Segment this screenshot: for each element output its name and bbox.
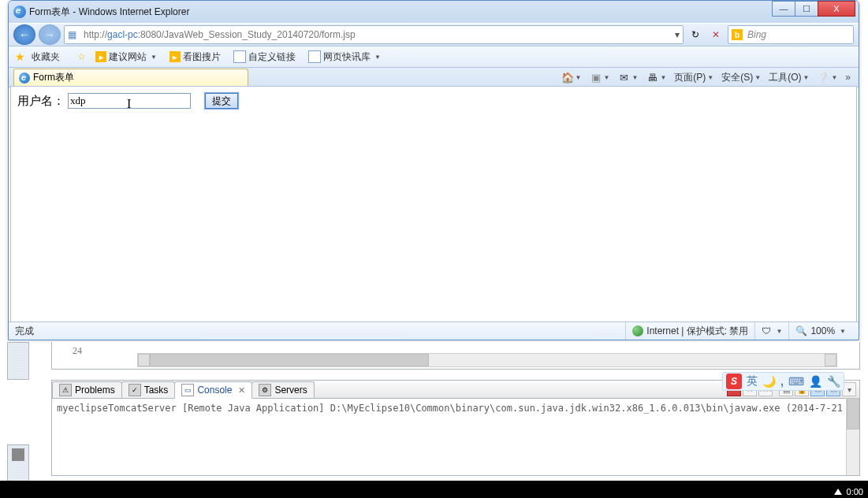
form-row: 用户名： I 提交 [17,93,850,109]
help-button[interactable]: ❔▼ [814,70,840,85]
forward-button[interactable]: → [39,24,61,45]
search-box[interactable]: b Bing [728,25,854,44]
window-title: Form表单 - Windows Internet Explorer [29,6,189,19]
moon-icon[interactable]: 🌙 [762,375,776,388]
ime-toolbar[interactable]: S 英 🌙 , ⌨ 👤 🔧 [722,372,844,391]
fav-link-1[interactable]: ▸看图搜片 [166,49,224,65]
punct-icon[interactable]: , [780,375,784,388]
expand-chevron-icon[interactable]: » [842,72,854,83]
search-placeholder: Bing [747,29,766,40]
eclipse-ide: 24 ⚠Problems ✓Tasks ▭Console✕ ⚙Servers ✕… [0,342,868,498]
back-button[interactable]: ← [13,24,35,45]
security-zone[interactable]: Internet | 保护模式: 禁用 [625,322,754,340]
tab-bar: Form表单 🏠▼ ▣▼ ✉▼ 🖶▼ 页面(P)▼ 安全(S)▼ 工具(O)▼ … [9,68,859,87]
ie-logo-icon [19,72,30,84]
fav-link-0[interactable]: ▸建议网站▼ [92,49,160,65]
taskbar[interactable]: 0:00 [0,481,868,498]
mail-icon: ✉ [617,72,630,84]
chevron-down-icon: ▼ [151,54,157,61]
left-trim[interactable] [7,444,29,482]
print-icon: 🖶 [646,72,658,84]
refresh-button[interactable]: ↻ [687,26,704,43]
shield-icon: 🛡 [762,325,771,336]
mail-button[interactable]: ✉▼ [614,70,641,85]
home-icon: 🏠 [561,72,574,84]
tab-tasks[interactable]: ✓Tasks [121,381,176,398]
sogou-icon[interactable]: S [726,374,742,389]
home-button[interactable]: 🏠▼ [558,70,585,85]
fav-link-3[interactable]: 网页快讯库▼ [305,49,384,65]
text-caret-icon: I [127,97,131,111]
problems-icon: ⚠ [59,384,72,396]
rss-icon: ▣ [590,72,602,84]
close-icon[interactable]: ✕ [238,385,245,396]
rss-button[interactable]: ▣▼ [587,70,613,85]
stop-button[interactable]: ✕ [707,26,725,43]
status-done: 完成 [15,325,34,338]
console-output[interactable]: myeclipseTomcatServer [Remote Java Appli… [52,399,859,418]
zoom-control[interactable]: 🔍 100% ▼ [788,322,852,340]
tab-problems[interactable]: ⚠Problems [52,381,122,398]
fav-link-2[interactable]: 自定义链接 [230,49,299,65]
tasks-icon: ✓ [129,384,141,396]
console-icon: ▭ [181,384,194,396]
keyboard-icon[interactable]: ⌨ [788,375,804,388]
tab-servers[interactable]: ⚙Servers [251,381,314,398]
submit-button[interactable]: 提交 [205,93,238,109]
nav-toolbar: ← → ▦ http://gacl-pc:8080/JavaWeb_Sessio… [9,23,859,46]
favorites-star-icon[interactable]: ★ [15,50,25,63]
status-bar: 完成 Internet | 保护模式: 禁用 🛡▼ 🔍 100% ▼ [9,321,859,340]
minimize-button[interactable]: — [772,1,795,17]
site-icon: ▸ [95,51,106,62]
clock[interactable]: 0:00 [834,487,863,496]
editor-hscrollbar[interactable] [137,353,837,367]
browser-tab[interactable]: Form表单 [13,69,248,87]
globe-icon [632,325,643,336]
page-icon [233,50,246,63]
username-label: 用户名： [17,94,65,109]
site-icon: ▸ [170,51,181,62]
chevron-down-icon: ▼ [374,54,381,61]
tab-console[interactable]: ▭Console✕ [174,381,252,399]
command-bar: 🏠▼ ▣▼ ✉▼ 🖶▼ 页面(P)▼ 安全(S)▼ 工具(O)▼ ❔▼ » [558,69,854,86]
close-button[interactable]: X [818,1,855,17]
sidebar-stub[interactable] [7,342,29,380]
url-text[interactable]: http://gacl-pc:8080/JavaWeb_Session_Stud… [84,29,672,40]
bing-icon: b [732,29,743,40]
scrollbar-thumb[interactable] [847,398,859,429]
page-icon [308,50,321,63]
safety-menu[interactable]: 安全(S)▼ [718,69,764,86]
servers-icon: ⚙ [259,384,271,396]
favorites-label[interactable]: 收藏夹 [32,50,60,64]
page-menu[interactable]: 页面(P)▼ [671,69,717,86]
person-icon[interactable]: 👤 [809,375,822,388]
tab-title: Form表单 [33,71,74,84]
ie-window: Form表单 - Windows Internet Explorer — ☐ X… [8,0,859,340]
tools-menu[interactable]: 工具(O)▼ [766,69,812,86]
settings-icon[interactable]: 🔧 [827,375,840,388]
scrollbar-thumb[interactable] [150,354,429,366]
editor-area[interactable]: 24 [51,342,860,370]
line-number: 24 [52,345,87,357]
zoom-icon: 🔍 [795,325,807,336]
ime-lang[interactable]: 英 [747,374,758,388]
console-vscrollbar[interactable] [846,398,859,475]
print-button[interactable]: 🖶▼ [643,70,669,85]
view-icon [12,448,24,461]
bottom-panel: ⚠Problems ✓Tasks ▭Console✕ ⚙Servers ✕ ✕✕… [51,380,860,476]
address-dropdown-icon[interactable]: ▾ [672,29,683,40]
page-content: 用户名： I 提交 [10,86,857,322]
page-icon: ▦ [65,29,84,40]
titlebar[interactable]: Form表单 - Windows Internet Explorer — ☐ X [9,1,859,23]
address-bar[interactable]: ▦ http://gacl-pc:8080/JavaWeb_Session_St… [64,25,684,44]
maximize-button[interactable]: ☐ [795,1,818,17]
add-favorite-icon[interactable]: ☆ [77,51,86,62]
protected-mode-toggle[interactable]: 🛡▼ [754,322,788,340]
help-icon: ❔ [817,72,829,84]
favorites-bar: ★ 收藏夹 ☆ ▸建议网站▼ ▸看图搜片 自定义链接 网页快讯库▼ [9,46,859,68]
ie-logo-icon [13,6,26,18]
